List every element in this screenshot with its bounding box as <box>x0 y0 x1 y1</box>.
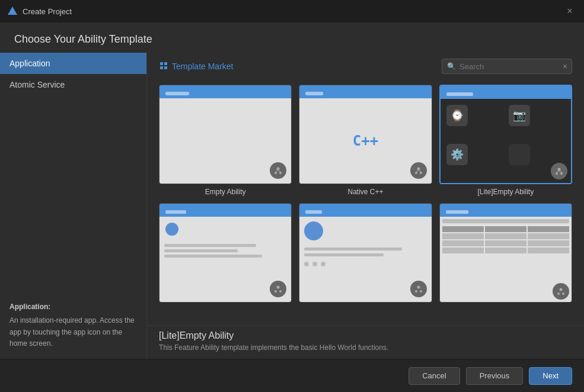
svg-line-8 <box>276 171 278 172</box>
svg-point-16 <box>556 172 558 175</box>
template-market-text: Template Market <box>172 62 233 71</box>
svg-marker-0 <box>8 7 17 15</box>
dialog-footer: Cancel Previous Next <box>0 359 584 392</box>
titlebar-title: Create Project <box>23 7 72 16</box>
template-label-lite: [Lite]Empty Ability <box>477 188 534 196</box>
svg-point-25 <box>420 290 422 293</box>
thumb-header-lite <box>441 86 571 99</box>
svg-point-7 <box>279 172 282 174</box>
description-text: An installation-required app. Access the… <box>9 315 137 349</box>
thumb-body-page <box>159 217 291 302</box>
search-input[interactable] <box>459 62 559 71</box>
svg-point-23 <box>417 286 420 289</box>
svg-point-12 <box>420 172 422 174</box>
search-box: 🔍 × <box>442 59 572 74</box>
close-button[interactable]: × <box>563 4 577 18</box>
templates-grid: Empty Ability C++ <box>147 80 584 325</box>
template-label-cpp: Native C++ <box>347 188 383 196</box>
svg-line-13 <box>416 171 419 172</box>
svg-line-18 <box>557 171 559 173</box>
template-card-table[interactable] <box>439 203 572 306</box>
svg-point-22 <box>279 290 282 293</box>
sidebar: Application Atomic Service Application: … <box>0 53 147 359</box>
app-logo-icon <box>7 6 18 17</box>
thumb-body-empty <box>159 98 291 184</box>
sidebar-item-atomic-service[interactable]: Atomic Service <box>0 74 146 95</box>
thumb-body-list <box>299 217 431 302</box>
template-market-label: Template Market <box>159 61 233 72</box>
cancel-button[interactable]: Cancel <box>409 367 459 385</box>
template-thumb-lite: ⌚ 📷 ⚙️ <box>439 85 572 184</box>
svg-point-10 <box>417 168 420 171</box>
svg-line-14 <box>419 171 421 172</box>
template-card-list[interactable] <box>299 203 432 306</box>
svg-point-5 <box>277 168 280 171</box>
thumb-header-list <box>299 204 431 217</box>
dialog-header: Choose Your Ability Template <box>0 23 584 53</box>
badge-icon <box>270 162 286 179</box>
svg-point-17 <box>560 172 563 175</box>
svg-point-11 <box>415 172 417 174</box>
camera-icon: 📷 <box>509 105 530 126</box>
selected-template-info: [Lite]Empty Ability This Feature Ability… <box>147 325 584 359</box>
template-thumb-list <box>299 203 432 303</box>
selected-template-title: [Lite]Empty Ability <box>159 330 572 341</box>
titlebar: Create Project × <box>0 0 584 23</box>
router-icon: ⚙️ <box>446 144 468 165</box>
content-toolbar: Template Market 🔍 × <box>147 53 584 80</box>
sidebar-description: Application: An installation-required ap… <box>0 292 146 359</box>
svg-point-27 <box>557 293 560 295</box>
template-thumb-table <box>439 203 572 303</box>
create-project-dialog: Create Project × Choose Your Ability Tem… <box>0 0 584 392</box>
svg-point-15 <box>557 168 560 171</box>
svg-rect-1 <box>160 62 163 65</box>
template-label-empty: Empty Ability <box>205 188 246 196</box>
svg-line-9 <box>278 171 280 172</box>
thumb-header <box>159 85 291 98</box>
template-card-lite-empty[interactable]: ⌚ 📷 ⚙️ <box>439 85 572 196</box>
template-card-page[interactable] <box>159 203 292 306</box>
template-thumb-page <box>159 203 292 303</box>
main-content: Template Market 🔍 × <box>147 53 584 359</box>
svg-point-20 <box>277 286 280 289</box>
svg-point-28 <box>562 293 564 295</box>
badge-icon-cpp <box>410 162 427 179</box>
template-card-native-cpp[interactable]: C++ Nat <box>299 85 432 196</box>
svg-point-21 <box>275 290 277 293</box>
template-thumb-cpp: C++ <box>299 85 432 184</box>
next-button[interactable]: Next <box>529 367 572 385</box>
search-clear-icon[interactable]: × <box>563 62 567 71</box>
selected-template-description: This Feature Ability template implements… <box>159 343 572 352</box>
sidebar-item-application[interactable]: Application <box>0 53 146 74</box>
thumb-header-page <box>159 204 291 217</box>
watch-icon: ⌚ <box>446 105 468 126</box>
template-thumb-empty <box>159 85 292 184</box>
svg-rect-3 <box>160 66 163 69</box>
header-title: Choose Your Ability Template <box>14 33 152 45</box>
previous-button[interactable]: Previous <box>466 367 524 385</box>
search-icon: 🔍 <box>447 62 456 70</box>
thumb-body-cpp: C++ <box>299 98 431 184</box>
thumb-header-cpp <box>299 85 431 98</box>
svg-point-6 <box>275 172 277 174</box>
template-card-empty-ability[interactable]: Empty Ability <box>159 85 292 196</box>
cpp-symbol: C++ <box>353 133 378 149</box>
thumb-body-lite: ⌚ 📷 ⚙️ <box>441 99 571 183</box>
svg-point-24 <box>415 290 417 293</box>
thumb-header-table <box>440 204 572 217</box>
svg-rect-2 <box>164 62 167 65</box>
svg-rect-4 <box>164 66 167 69</box>
extra-icon <box>509 144 530 165</box>
dialog-body: Application Atomic Service Application: … <box>0 53 584 359</box>
svg-line-19 <box>559 171 561 173</box>
thumb-body-table <box>440 217 572 302</box>
market-icon <box>159 61 168 72</box>
description-title: Application: <box>9 301 137 313</box>
svg-point-26 <box>559 288 562 291</box>
